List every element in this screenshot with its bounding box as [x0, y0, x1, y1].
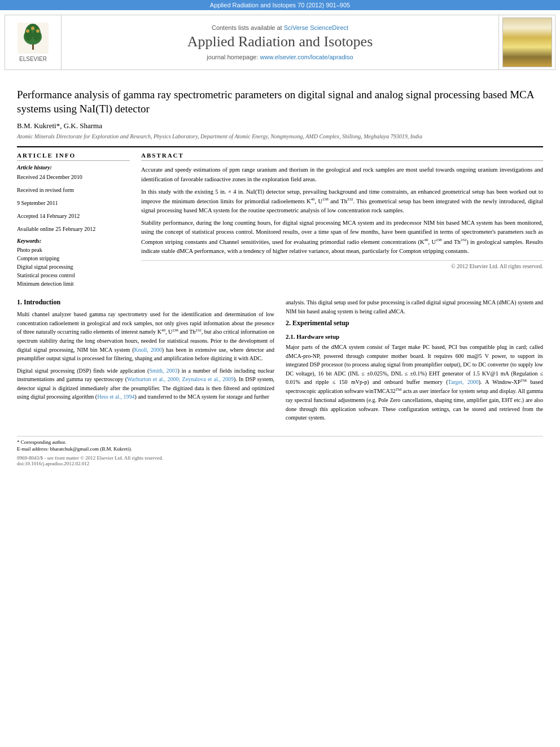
body-left-col: 1. Introduction Multi channel analyzer b…	[17, 298, 274, 425]
received-date: Received 24 December 2010	[17, 173, 130, 181]
section1-heading: 1. Introduction	[17, 298, 274, 307]
svg-point-8	[31, 27, 34, 30]
issn-line: 0969-8043/$ - see front matter © 2012 El…	[17, 455, 543, 466]
journal-top-bar: Applied Radiation and Isotopes 70 (2012)…	[0, 0, 560, 10]
abstract-heading: ABSTRACT	[141, 152, 543, 161]
svg-point-7	[36, 29, 40, 33]
keyword-1: Photo peak	[17, 246, 130, 254]
copyright: © 2012 Elsevier Ltd. All rights reserved…	[141, 260, 543, 269]
journal-cover-image	[502, 18, 552, 67]
journal-header: ELSEVIER Contents lists available at Sci…	[5, 15, 555, 70]
footnote-1: * Corresponding author.	[17, 439, 543, 446]
section2-heading: 2. Experimental setup	[286, 319, 543, 327]
page: Applied Radiation and Isotopes 70 (2012)…	[0, 0, 560, 747]
accepted-date: Accepted 14 February 2012	[17, 212, 130, 220]
homepage-line: journal homepage: www.elsevier.com/locat…	[207, 54, 353, 60]
authors: B.M. Kukreti*, G.K. Sharma	[17, 121, 543, 130]
abstract-panel: ABSTRACT Accurate and speedy estimations…	[141, 152, 543, 288]
received-revised-label: Received in revised form	[17, 186, 130, 194]
homepage-url[interactable]: www.elsevier.com/locate/apradiso	[260, 54, 353, 60]
ref-smith: Smith, 2003	[149, 368, 177, 374]
keywords-title: Keywords:	[17, 238, 130, 244]
history-title: Article history:	[17, 164, 130, 171]
article-info-heading: ARTICLE INFO	[17, 152, 130, 161]
online-date: Available online 25 February 2012	[17, 225, 130, 233]
ref-warburton: Warburton et al., 2000; Zeynalova et al.…	[127, 376, 234, 382]
section21-body: Major parts of the dMCA system consist o…	[286, 343, 543, 422]
abstract-para-2: In this study with the existing 5 in. × …	[141, 187, 543, 215]
section1-cont: analysis. This digital setup used for pu…	[286, 298, 543, 316]
homepage-label: journal homepage:	[207, 54, 258, 60]
article-info-abstract: ARTICLE INFO Article history: Received 2…	[17, 146, 543, 288]
main-content: Performance analysis of gamma ray spectr…	[0, 75, 560, 430]
article-info-panel: ARTICLE INFO Article history: Received 2…	[17, 152, 130, 288]
intro-para-3: analysis. This digital setup used for pu…	[286, 298, 543, 316]
journal-title: Applied Radiation and Isotopes	[187, 33, 373, 50]
sciverse-link[interactable]: SciVerse ScienceDirect	[284, 24, 348, 31]
revised-date: 9 September 2011	[17, 199, 130, 207]
intro-para-2: Digital signal processing (DSP) finds wi…	[17, 366, 274, 401]
abstract-para-1: Accurate and speedy estimations of ppm r…	[141, 165, 543, 184]
journal-thumbnail	[498, 15, 555, 69]
footnote-2: E-mail address: bharatchuk@gmail.com (B.…	[17, 445, 543, 453]
journal-header-center: Contents lists available at SciVerse Sci…	[62, 15, 498, 69]
elsevier-tree-icon	[18, 23, 49, 54]
article-title: Performance analysis of gamma ray spectr…	[17, 88, 543, 116]
sciverse-line: Contents lists available at SciVerse Sci…	[212, 24, 348, 31]
body-right-col: analysis. This digital setup used for pu…	[286, 298, 543, 425]
doi-text: doi:10.1016/j.apradiso.2012.02.012	[17, 461, 89, 466]
abstract-para-3: Stability performance, during the long c…	[141, 219, 543, 256]
contents-label: Contents lists available at	[212, 24, 282, 31]
issn-text: 0969-8043/$ - see front matter © 2012 El…	[17, 455, 163, 461]
ref-hess: Hess et al., 1994	[97, 394, 134, 400]
intro-para-1: Multi channel analyzer based gamma ray s…	[17, 310, 274, 362]
subsection21-heading: 2.1. Hardware setup	[286, 333, 543, 340]
journal-citation: Applied Radiation and Isotopes 70 (2012)…	[210, 2, 350, 8]
ref-target: Target, 2000	[448, 379, 479, 386]
svg-point-6	[26, 29, 29, 33]
abstract-text: Accurate and speedy estimations of ppm r…	[141, 165, 543, 255]
keyword-4: Statistical process control	[17, 271, 130, 279]
keyword-2: Compton stripping	[17, 254, 130, 263]
keyword-3: Digital signal processing	[17, 263, 130, 271]
hardware-para-1: Major parts of the dMCA system consist o…	[286, 343, 543, 422]
elsevier-wordmark: ELSEVIER	[19, 56, 47, 62]
elsevier-logo-area: ELSEVIER	[5, 15, 62, 69]
page-footer: * Corresponding author. E-mail address: …	[17, 436, 543, 466]
section1-body: Multi channel analyzer based gamma ray s…	[17, 310, 274, 401]
affiliation: Atomic Minerals Directorate for Explorat…	[17, 133, 543, 141]
body-two-col: 1. Introduction Multi channel analyzer b…	[17, 298, 543, 425]
ref-knoll: Knoll, 2000	[134, 347, 162, 353]
svg-rect-1	[32, 44, 34, 50]
keyword-5: Minimum detection limit	[17, 279, 130, 288]
